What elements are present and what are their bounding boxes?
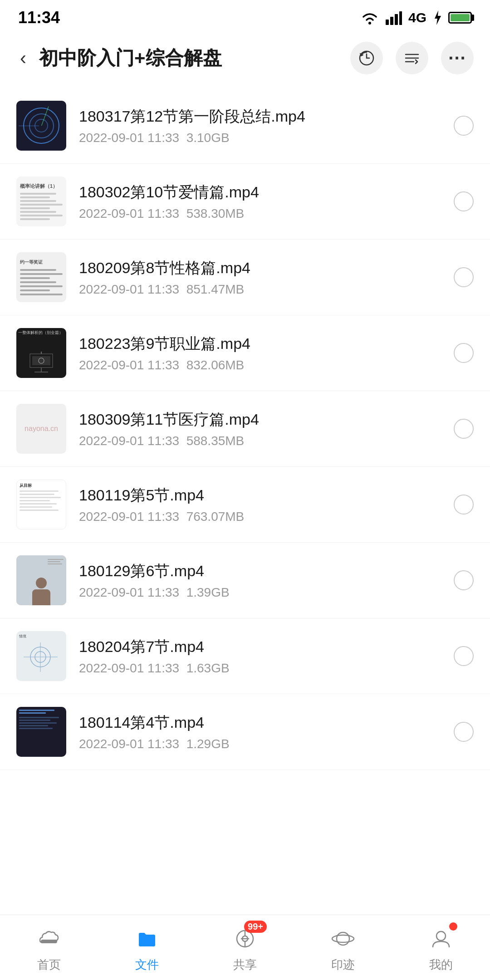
svg-rect-1 bbox=[386, 20, 389, 25]
file-checkbox[interactable] bbox=[454, 646, 474, 666]
history-icon bbox=[358, 50, 375, 66]
page-title: 初中阶入门+综合解盘 bbox=[39, 45, 341, 71]
file-thumbnail bbox=[16, 707, 66, 757]
more-button[interactable]: ··· bbox=[441, 42, 474, 74]
planet-icon bbox=[331, 927, 355, 951]
file-meta: 2022-09-01 11:33 1.63GB bbox=[79, 661, 441, 676]
status-bar: 11:34 4G bbox=[0, 0, 490, 33]
file-meta: 2022-09-01 11:33 851.47MB bbox=[79, 282, 441, 297]
more-icon: ··· bbox=[448, 48, 466, 69]
file-thumbnail: nayona.cn bbox=[16, 404, 66, 454]
file-thumbnail: 情境 bbox=[16, 631, 66, 681]
file-name: 180114第4节.mp4 bbox=[79, 712, 441, 732]
file-list: 180317第12节第一阶段总结.mp4 2022-09-01 11:33 3.… bbox=[0, 83, 490, 774]
file-checkbox[interactable] bbox=[454, 419, 474, 439]
signal-icon bbox=[386, 10, 402, 25]
svg-point-0 bbox=[368, 22, 371, 24]
file-info: 180309第11节医疗篇.mp4 2022-09-01 11:33 588.3… bbox=[79, 409, 441, 448]
nav-label-files: 文件 bbox=[135, 957, 159, 973]
file-checkbox[interactable] bbox=[454, 495, 474, 514]
file-meta: 2022-09-01 11:33 832.06MB bbox=[79, 358, 441, 372]
file-info: 180223第9节职业篇.mp4 2022-09-01 11:33 832.06… bbox=[79, 333, 441, 372]
nav-item-share[interactable]: 99+ 共享 bbox=[213, 924, 277, 973]
file-thumbnail: 概率论讲解（1） bbox=[16, 176, 66, 226]
nav-icon-mine-wrap bbox=[426, 924, 456, 953]
nav-icon-home-wrap bbox=[34, 924, 64, 953]
sort-icon bbox=[404, 50, 420, 66]
list-item[interactable]: 180114第4节.mp4 2022-09-01 11:33 1.29GB bbox=[0, 694, 490, 770]
nav-item-mine[interactable]: 我的 bbox=[409, 924, 473, 973]
file-info: 180129第6节.mp4 2022-09-01 11:33 1.39GB bbox=[79, 561, 441, 600]
list-item[interactable]: nayona.cn 180309第11节医疗篇.mp4 2022-09-01 1… bbox=[0, 391, 490, 467]
history-button[interactable] bbox=[350, 42, 383, 74]
mine-dot bbox=[449, 922, 457, 931]
file-name: 180129第6节.mp4 bbox=[79, 561, 441, 581]
file-thumbnail: 从目标 bbox=[16, 480, 66, 529]
nav-label-trace: 印迹 bbox=[331, 957, 355, 973]
list-item[interactable]: 一整体解析的（别全篇） 180223第9节职业篇.mp4 2022-09-01 … bbox=[0, 315, 490, 391]
file-thumbnail: 约一等奖证 bbox=[16, 252, 66, 302]
file-thumbnail bbox=[16, 101, 66, 151]
list-item[interactable]: 约一等奖证 180209第8节性格篇.mp4 2022-09-01 11:33 … bbox=[0, 240, 490, 315]
svg-rect-11 bbox=[32, 356, 50, 365]
back-button[interactable]: ‹ bbox=[16, 44, 30, 73]
svg-marker-5 bbox=[435, 10, 441, 25]
list-item[interactable]: 180129第6节.mp4 2022-09-01 11:33 1.39GB bbox=[0, 543, 490, 618]
file-name: 180119第5节.mp4 bbox=[79, 485, 441, 505]
file-info: 180302第10节爱情篇.mp4 2022-09-01 11:33 538.3… bbox=[79, 182, 441, 221]
file-meta: 2022-09-01 11:33 763.07MB bbox=[79, 510, 441, 524]
list-item[interactable]: 概率论讲解（1） 180302第10节爱情篇.mp4 2022-09-01 11… bbox=[0, 164, 490, 240]
bottom-nav: 首页 文件 99+ 共享 bbox=[0, 915, 490, 980]
file-meta: 2022-09-01 11:33 1.39GB bbox=[79, 585, 441, 600]
file-info: 180114第4节.mp4 2022-09-01 11:33 1.29GB bbox=[79, 712, 441, 751]
svg-point-25 bbox=[337, 932, 349, 945]
battery-icon bbox=[448, 12, 472, 24]
svg-rect-2 bbox=[390, 17, 393, 25]
cloud-icon bbox=[37, 927, 61, 951]
file-checkbox[interactable] bbox=[454, 116, 474, 136]
file-thumbnail: 一整体解析的（别全篇） bbox=[16, 328, 66, 378]
file-checkbox[interactable] bbox=[454, 570, 474, 590]
nav-label-home: 首页 bbox=[37, 957, 61, 973]
nav-icon-files-wrap bbox=[132, 924, 162, 953]
file-info: 180204第7节.mp4 2022-09-01 11:33 1.63GB bbox=[79, 637, 441, 676]
nav-item-files[interactable]: 文件 bbox=[115, 924, 179, 973]
charging-icon bbox=[433, 10, 442, 25]
file-checkbox[interactable] bbox=[454, 267, 474, 287]
file-meta: 2022-09-01 11:33 538.30MB bbox=[79, 206, 441, 221]
status-icons: 4G bbox=[360, 10, 472, 25]
file-info: 180119第5节.mp4 2022-09-01 11:33 763.07MB bbox=[79, 485, 441, 524]
svg-point-27 bbox=[436, 931, 446, 941]
svg-rect-4 bbox=[399, 11, 402, 25]
file-name: 180223第9节职业篇.mp4 bbox=[79, 333, 441, 353]
folder-icon bbox=[135, 927, 159, 951]
wifi-icon bbox=[360, 10, 379, 25]
status-time: 11:34 bbox=[18, 8, 60, 27]
nav-item-home[interactable]: 首页 bbox=[17, 924, 81, 973]
nav-item-trace[interactable]: 印迹 bbox=[311, 924, 375, 973]
file-info: 180317第12节第一阶段总结.mp4 2022-09-01 11:33 3.… bbox=[79, 106, 441, 145]
file-name: 180317第12节第一阶段总结.mp4 bbox=[79, 106, 441, 126]
svg-rect-3 bbox=[395, 14, 398, 25]
header-actions: ··· bbox=[350, 42, 474, 74]
file-name: 180309第11节医疗篇.mp4 bbox=[79, 409, 441, 429]
file-checkbox[interactable] bbox=[454, 722, 474, 742]
network-type: 4G bbox=[408, 10, 426, 25]
nav-label-share: 共享 bbox=[233, 957, 257, 973]
file-meta: 2022-09-01 11:33 3.10GB bbox=[79, 131, 441, 145]
nav-icon-share-wrap: 99+ bbox=[230, 924, 260, 953]
file-meta: 2022-09-01 11:33 1.29GB bbox=[79, 737, 441, 751]
nav-label-mine: 我的 bbox=[429, 957, 453, 973]
file-checkbox[interactable] bbox=[454, 343, 474, 363]
share-badge: 99+ bbox=[244, 921, 267, 933]
user-icon bbox=[429, 927, 453, 951]
list-item[interactable]: 从目标 180119第5节.mp4 2022-09-01 11:33 763.0… bbox=[0, 467, 490, 543]
file-info: 180209第8节性格篇.mp4 2022-09-01 11:33 851.47… bbox=[79, 258, 441, 297]
file-checkbox[interactable] bbox=[454, 191, 474, 211]
nav-icon-trace-wrap bbox=[328, 924, 358, 953]
sort-button[interactable] bbox=[396, 42, 428, 74]
file-meta: 2022-09-01 11:33 588.35MB bbox=[79, 434, 441, 448]
file-name: 180209第8节性格篇.mp4 bbox=[79, 258, 441, 278]
list-item[interactable]: 情境 180204第7节.mp4 2022-09-01 11:33 1.63GB bbox=[0, 618, 490, 694]
list-item[interactable]: 180317第12节第一阶段总结.mp4 2022-09-01 11:33 3.… bbox=[0, 88, 490, 164]
